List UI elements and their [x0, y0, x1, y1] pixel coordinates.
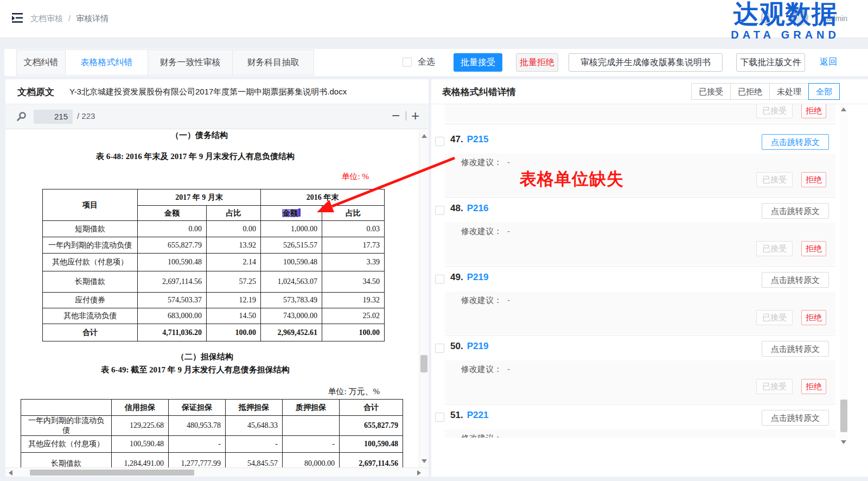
download-annotated-button[interactable]: 下载批注版文件 [736, 53, 805, 72]
text-cursor [298, 208, 301, 217]
filter-rejected[interactable]: 已拒绝 [730, 83, 770, 100]
jump-to-source-button[interactable]: 点击跳转原文 [762, 203, 829, 219]
doc-table1-title: 表 6-48: 2016 年末及 2017 年 9 月末发行人有息负债结构 [5, 151, 385, 162]
reject-button[interactable]: 拒绝 [801, 241, 826, 256]
table-row-label: 长期借款 [21, 453, 112, 468]
select-all-label: 全选 [418, 56, 435, 68]
scrollbar-thumb[interactable] [30, 470, 194, 476]
scroll-right-arrow[interactable] [417, 470, 421, 476]
item-checkbox[interactable] [435, 206, 444, 215]
finish-review-button[interactable]: 审核完成并生成修改版募集说明书 [569, 53, 723, 72]
accepted-button[interactable]: 已接受 [756, 104, 793, 118]
table-row-label: 其他应付款（付息项） [43, 254, 138, 271]
tab-table-format-correction[interactable]: 表格格式纠错 [65, 49, 148, 75]
table-cell: 100.00 [207, 324, 261, 341]
status-filter-group: 已接受 已拒绝 未处理 全部 [692, 83, 840, 100]
reject-button[interactable]: 拒绝 [801, 104, 826, 118]
highlighted-amount-text: 金额 [282, 209, 298, 217]
page-number-input[interactable]: 215 [34, 110, 73, 124]
jump-to-source-button[interactable]: 点击跳转原文 [762, 410, 829, 426]
scroll-up-arrow[interactable] [422, 134, 427, 138]
reject-button[interactable]: 拒绝 [801, 379, 826, 394]
jump-to-source-button[interactable]: 点击跳转原文 [762, 341, 829, 357]
breadcrumb-root[interactable]: 文档审核 [30, 14, 63, 23]
table-cell: 19.32 [322, 293, 385, 308]
table-cell: 0.00 [138, 221, 207, 237]
item-page-link[interactable]: P215 [467, 134, 489, 144]
table-row-label: 短期借款 [43, 221, 138, 237]
scrollbar-thumb[interactable] [840, 400, 847, 432]
table-cell: 占比 [322, 206, 385, 221]
table-cell: 17.73 [322, 237, 385, 254]
item-page-link[interactable]: P216 [467, 203, 489, 213]
review-item: 51.P221 点击跳转原文 修改建议： [431, 405, 868, 438]
accepted-button[interactable]: 已接受 [756, 172, 793, 187]
table-cell: 2,969,452.61 [261, 324, 322, 341]
table-cell: 2.14 [207, 254, 261, 271]
reject-button[interactable]: 拒绝 [801, 310, 826, 325]
accepted-button[interactable]: 已接受 [756, 241, 793, 256]
table-cell: 占比 [207, 206, 261, 221]
accepted-button[interactable]: 已接受 [756, 379, 793, 394]
scroll-left-arrow[interactable] [9, 470, 12, 476]
tab-financial-subject-extract[interactable]: 财务科目抽取 [232, 49, 314, 75]
table-cell: 项目 [43, 189, 138, 221]
document-vertical-scrollbar[interactable] [419, 130, 429, 467]
table-cell: 526,515.57 [261, 237, 322, 254]
table-cell: 100,590.48 [112, 436, 169, 453]
document-horizontal-scrollbar[interactable] [5, 467, 429, 477]
table-cell: 2017 年 9 月末 [138, 189, 261, 206]
page-total: / 223 [77, 111, 95, 121]
zoom-in-button[interactable]: + [411, 107, 419, 124]
debt-structure-table: 项目 2017 年 9 月末 2016 年末 金额 占比 金额 占比 短期借款0… [42, 189, 385, 341]
item-number: 47.P215 [450, 134, 488, 145]
select-all-checkbox[interactable] [403, 58, 412, 67]
doc-table1-unit: 单位: % [298, 172, 369, 182]
jump-to-source-button[interactable]: 点击跳转原文 [762, 134, 829, 150]
scrollbar-thumb[interactable] [420, 355, 427, 372]
search-icon[interactable] [16, 111, 27, 122]
item-checkbox[interactable] [435, 275, 444, 284]
menu-fold-icon[interactable] [11, 12, 24, 24]
zoom-out-button[interactable]: − [392, 107, 400, 124]
tab-financial-consistency[interactable]: 财务一致性审核 [148, 49, 233, 75]
table-cell: 743,000.00 [261, 308, 322, 324]
filter-accepted[interactable]: 已接受 [691, 83, 731, 100]
item-checkbox[interactable] [435, 413, 444, 422]
document-panel-header: 文档原文 Y-3北京城建投资发展股份有限公司2017年度第一期中期票据募集说明书… [5, 79, 429, 104]
scroll-down-arrow[interactable] [422, 459, 427, 463]
jump-to-source-button[interactable]: 点击跳转原文 [762, 272, 829, 288]
review-item: 50.P219 点击跳转原文 修改建议： - 已接受 拒绝 [431, 336, 868, 405]
scroll-up-arrow[interactable] [841, 107, 846, 111]
table-cell: 655,827.79 [138, 237, 207, 254]
reject-button[interactable]: 拒绝 [801, 172, 826, 187]
table-cell: 100.00 [322, 324, 385, 341]
review-vertical-scrollbar[interactable] [840, 106, 848, 445]
table-cell: - [226, 436, 283, 453]
item-page-link[interactable]: P221 [467, 410, 489, 420]
table-cell: 2,697,114.56 [138, 271, 207, 293]
table-row-label: 其他应付款（付息项） [21, 436, 112, 453]
accepted-button[interactable]: 已接受 [756, 310, 793, 325]
item-page-link[interactable]: P219 [467, 341, 489, 351]
back-button[interactable]: 返回 [815, 53, 842, 72]
filter-all[interactable]: 全部 [808, 83, 840, 100]
table-cell: 1,284,491.00 [112, 453, 169, 468]
scroll-down-arrow[interactable] [841, 440, 846, 444]
suggestion-value: - [507, 226, 510, 236]
item-checkbox[interactable] [435, 344, 444, 353]
table-cell: 13.92 [207, 237, 261, 254]
tab-doc-correction[interactable]: 文档纠错 [16, 49, 66, 75]
batch-accept-button[interactable]: 批量接受 [454, 53, 502, 72]
item-page-link[interactable]: P219 [467, 272, 489, 282]
table-row-label: 一年内到期的非流动负债 [43, 237, 138, 254]
batch-reject-button[interactable]: 批量拒绝 [516, 53, 558, 72]
document-preview: （一）债务结构 表 6-48: 2016 年末及 2017 年 9 月末发行人有… [5, 130, 419, 467]
item-number: 50.P219 [450, 341, 488, 352]
table-cell: 抵押担保 [226, 400, 283, 416]
table-cell: 质押担保 [283, 400, 340, 416]
table-cell: - [283, 436, 340, 453]
filter-unprocessed[interactable]: 未处理 [769, 83, 809, 100]
datagrand-logo: 达观数据 DATA GRAND [731, 1, 840, 40]
item-checkbox[interactable] [435, 137, 444, 146]
